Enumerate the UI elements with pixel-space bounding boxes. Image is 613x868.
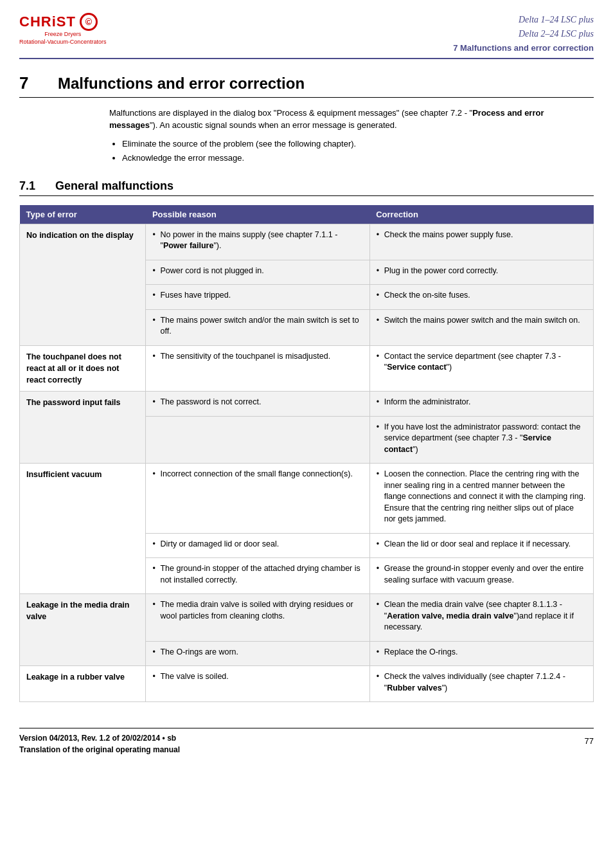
cell-reason: The password is not correct. (146, 392, 369, 417)
cell-reason: The ground-in stopper of the attached dr… (146, 558, 369, 594)
cell-reason (146, 416, 369, 464)
logo-area: CHRiST © Freeze Dryers Rotational-Vacuum… (19, 13, 106, 46)
intro-list-item: Acknowledge the error message. (122, 151, 594, 165)
footer-translation: Translation of the original operating ma… (19, 745, 594, 754)
chapter-heading: 7 Malfunctions and error correction (19, 73, 594, 98)
cell-reason: The sensitivity of the touchpanel is mis… (146, 345, 369, 391)
cell-reason: Dirty or damaged lid or door seal. (146, 533, 369, 558)
cell-correction: Replace the O-rings. (369, 641, 593, 666)
cell-correction: Plug in the power cord correctly. (369, 260, 593, 285)
cell-error-type: Leakage in the media drain valve (20, 594, 146, 666)
cell-correction: If you have lost the administrator passw… (369, 416, 593, 464)
table-row: Insufficient vacuumIncorrect connection … (20, 464, 594, 534)
cell-correction: Loosen the connection. Place the centrin… (369, 464, 593, 534)
product-names: Delta 1–24 LSC plus Delta 2–24 LSC plus (453, 13, 594, 42)
intro-list-item: Eliminate the source of the problem (see… (122, 137, 594, 151)
cell-reason: No power in the mains supply (see chapte… (146, 224, 369, 260)
cell-correction: Clean the media drain valve (see chapter… (369, 594, 593, 642)
cell-correction: Check the on-site fuses. (369, 285, 593, 310)
cell-correction: Switch the mains power switch and the ma… (369, 309, 593, 345)
intro-paragraph: Malfunctions are displayed in the dialog… (109, 107, 594, 132)
chapter-title: Malfunctions and error correction (58, 75, 305, 93)
cell-error-type: No indication on the display (20, 224, 146, 345)
cell-reason: The O-rings are worn. (146, 641, 369, 666)
intro-area: Malfunctions are displayed in the dialog… (109, 107, 594, 165)
cell-error-type: The touchpanel does not react at all or … (20, 345, 146, 391)
cell-error-type: The password input fails (20, 392, 146, 464)
col-header-error: Type of error (20, 205, 146, 224)
header-right: Delta 1–24 LSC plus Delta 2–24 LSC plus … (453, 13, 594, 53)
col-header-correction: Correction (369, 205, 593, 224)
logo-text: CHRiST (19, 14, 76, 30)
chapter-number: 7 (19, 73, 45, 93)
cell-correction: Check the mains power supply fuse. (369, 224, 593, 260)
cell-error-type: Insufficient vacuum (20, 464, 146, 594)
table-row: The touchpanel does not react at all or … (20, 345, 594, 391)
col-header-reason: Possible reason (146, 205, 369, 224)
section-title: General malfunctions (55, 179, 173, 193)
cell-error-type: Leakage in a rubber valve (20, 666, 146, 702)
cell-reason: Incorrect connection of the small flange… (146, 464, 369, 534)
table-row: Leakage in the media drain valveThe medi… (20, 594, 594, 642)
section-title-bar: 7 Malfunctions and error correction (453, 42, 594, 53)
cell-reason: Power cord is not plugged in. (146, 260, 369, 285)
cell-correction: Contact the service department (see chap… (369, 345, 593, 391)
intro-list: Eliminate the source of the problem (see… (122, 137, 594, 165)
table-header-row: Type of error Possible reason Correction (20, 205, 594, 224)
table-row: No indication on the displayNo power in … (20, 224, 594, 260)
page-header: CHRiST © Freeze Dryers Rotational-Vacuum… (19, 13, 594, 59)
cell-correction: Check the valves individually (see chapt… (369, 666, 593, 702)
logo-subtitle: Freeze Dryers Rotational-Vacuum-Concentr… (19, 31, 106, 46)
cell-correction: Grease the ground-in stopper evenly and … (369, 558, 593, 594)
section-heading: 7.1 General malfunctions (19, 179, 594, 196)
logo-symbol: © (80, 13, 98, 31)
cell-correction: Inform the administrator. (369, 392, 593, 417)
cell-reason: The valve is soiled. (146, 666, 369, 702)
cell-correction: Clean the lid or door seal and replace i… (369, 533, 593, 558)
section-number: 7.1 (19, 179, 45, 193)
cell-reason: Fuses have tripped. (146, 285, 369, 310)
cell-reason: The media drain valve is soiled with dry… (146, 594, 369, 642)
cell-reason: The mains power switch and/or the main s… (146, 309, 369, 345)
logo-box: CHRiST © (19, 13, 98, 31)
malfunction-table: Type of error Possible reason Correction… (19, 205, 594, 702)
table-row: Leakage in a rubber valveThe valve is so… (20, 666, 594, 702)
table-row: The password input failsThe password is … (20, 392, 594, 417)
